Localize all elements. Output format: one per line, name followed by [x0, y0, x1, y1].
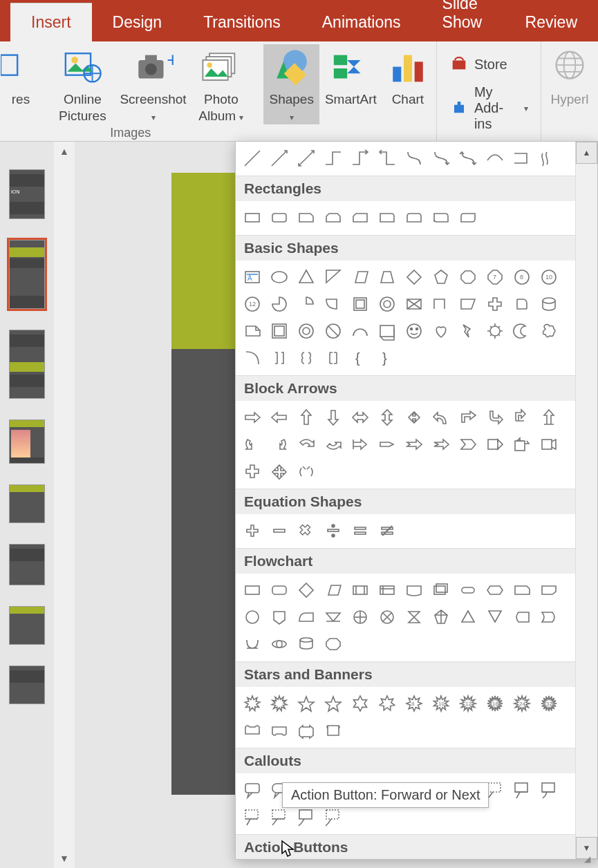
shape-star-7[interactable]: 10 [427, 690, 454, 717]
shape-star-0[interactable] [239, 690, 265, 717]
shape-basic-12[interactable]: 12 [239, 290, 265, 317]
shape-flow-14[interactable] [292, 603, 319, 630]
chart-button[interactable]: Chart [382, 44, 433, 124]
shape-star-9[interactable]: 16 [481, 690, 508, 717]
shape-flow-27[interactable] [319, 630, 346, 657]
shapes-scrollbar[interactable]: ▲ ▼ [575, 142, 597, 859]
thumbnail-2[interactable] [9, 240, 45, 309]
shape-callout-12[interactable] [239, 803, 265, 830]
shape-arrow-18[interactable] [400, 431, 427, 457]
shape-flow-5[interactable] [373, 576, 400, 603]
shape-basic-5[interactable] [373, 263, 400, 290]
shape-arrow-1[interactable] [265, 404, 292, 431]
shape-star-13[interactable] [265, 717, 292, 744]
shape-basic-35[interactable] [535, 317, 562, 344]
smartart-button[interactable]: SmartArt [319, 44, 382, 124]
shape-star-14[interactable] [292, 717, 319, 744]
shape-star-11[interactable]: 32 [535, 690, 562, 717]
shape-basic-29[interactable] [373, 317, 400, 344]
shape-line-4[interactable] [346, 144, 373, 171]
scroll-up-button[interactable]: ▲ [576, 142, 597, 164]
shape-arrow-21[interactable] [481, 431, 508, 457]
shape-basic-19[interactable] [427, 290, 454, 317]
shapes-button[interactable]: Shapes▾ [263, 44, 319, 124]
shape-eq-0[interactable] [239, 517, 265, 544]
shape-basic-39[interactable] [319, 344, 346, 371]
shape-basic-33[interactable] [481, 317, 508, 344]
shape-basic-41[interactable]: } [373, 344, 400, 371]
shape-basic-1[interactable] [265, 263, 292, 290]
shape-basic-13[interactable] [265, 290, 292, 317]
shape-basic-9[interactable]: 7 [481, 263, 508, 290]
shape-basic-32[interactable] [454, 317, 481, 344]
shape-arrow-8[interactable] [454, 404, 481, 431]
shape-flow-18[interactable] [400, 603, 427, 630]
shape-arrow-0[interactable] [239, 404, 265, 431]
shape-eq-3[interactable] [319, 517, 346, 544]
shape-basic-7[interactable] [427, 263, 454, 290]
shape-basic-21[interactable] [481, 290, 508, 317]
shape-arrow-2[interactable] [292, 404, 319, 431]
shape-arrow-10[interactable] [508, 404, 535, 431]
shape-flow-17[interactable] [373, 603, 400, 630]
shape-arrow-4[interactable] [346, 404, 373, 431]
shape-basic-23[interactable] [535, 290, 562, 317]
shape-basic-26[interactable] [292, 317, 319, 344]
shape-basic-40[interactable]: { [346, 344, 373, 371]
shape-callout-11[interactable] [535, 776, 562, 803]
shape-arrow-22[interactable] [508, 431, 535, 457]
shape-star-5[interactable] [373, 690, 400, 717]
shape-basic-10[interactable]: 8 [508, 263, 535, 290]
shape-rect-0[interactable] [239, 204, 265, 231]
shape-basic-37[interactable] [265, 344, 292, 371]
shape-arrow-6[interactable] [400, 404, 427, 431]
shape-flow-11[interactable] [535, 576, 562, 603]
shape-flow-2[interactable] [292, 576, 319, 603]
shape-rect-1[interactable] [265, 204, 292, 231]
shape-rect-6[interactable] [400, 204, 427, 231]
shape-arrow-24[interactable] [239, 457, 265, 484]
shape-line-6[interactable] [400, 144, 427, 171]
shape-flow-13[interactable] [265, 603, 292, 630]
shape-rect-7[interactable] [427, 204, 454, 231]
shape-rect-8[interactable] [454, 204, 481, 231]
shape-basic-24[interactable] [239, 317, 265, 344]
scroll-up-icon[interactable]: ▲ [56, 142, 73, 161]
thumbnail-5[interactable] [9, 484, 45, 523]
shape-rect-2[interactable] [292, 204, 319, 231]
shape-arrow-14[interactable] [292, 431, 319, 457]
shape-flow-3[interactable] [319, 576, 346, 603]
shape-star-4[interactable] [346, 690, 373, 717]
thumbnail-7[interactable] [9, 606, 45, 645]
shape-arrow-11[interactable] [535, 404, 562, 431]
shape-flow-25[interactable] [265, 630, 292, 657]
shape-arrow-12[interactable] [239, 431, 265, 457]
shape-rect-3[interactable] [319, 204, 346, 231]
shape-flow-0[interactable] [239, 576, 265, 603]
shape-basic-15[interactable] [319, 290, 346, 317]
shape-eq-4[interactable] [346, 517, 373, 544]
shape-star-1[interactable] [265, 690, 292, 717]
shape-basic-0[interactable]: A [239, 263, 265, 290]
shape-basic-25[interactable] [265, 317, 292, 344]
shape-flow-7[interactable] [427, 576, 454, 603]
thumbnail-8[interactable] [9, 666, 45, 704]
shape-star-15[interactable] [319, 717, 346, 744]
shape-arrow-15[interactable] [319, 431, 346, 457]
shape-flow-23[interactable] [535, 603, 562, 630]
shape-flow-15[interactable] [319, 603, 346, 630]
shape-basic-27[interactable] [319, 317, 346, 344]
thumbnail-1[interactable]: ION [9, 169, 45, 219]
shape-rect-4[interactable] [346, 204, 373, 231]
photo-album-button[interactable]: Photo Album ▾ [184, 44, 258, 124]
shape-basic-4[interactable] [346, 263, 373, 290]
tab-review[interactable]: Review [505, 3, 598, 41]
scroll-down-icon[interactable]: ▼ [56, 849, 73, 868]
shape-flow-26[interactable] [292, 630, 319, 657]
shape-line-10[interactable] [508, 144, 535, 171]
my-addins-button[interactable]: My Add-ins ▾ [440, 80, 538, 136]
shape-star-6[interactable]: 8 [400, 690, 427, 717]
screenshot-button[interactable]: + Screenshot▾ [122, 44, 185, 124]
shape-flow-24[interactable] [239, 630, 265, 657]
resize-handle-icon[interactable]: ◢ [584, 854, 598, 868]
